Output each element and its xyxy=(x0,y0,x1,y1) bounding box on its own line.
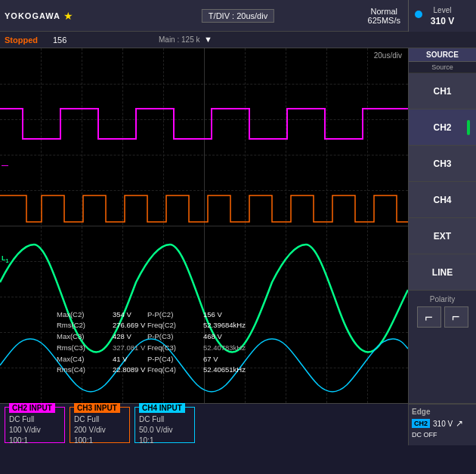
logo-text: YOKOGAWA xyxy=(5,11,60,20)
ch4-info-box: CH4 INPUT DC Full50.0 V/div10:1 xyxy=(134,407,195,443)
level-label: Level xyxy=(434,6,452,14)
ch1-button[interactable]: CH1 xyxy=(409,73,476,109)
right-panel-bottom: Edge CH2 310 V ↗ DC OFF xyxy=(408,404,476,445)
ch3-info-box: CH3 INPUT DC Full200 V/div100:1 xyxy=(70,407,130,443)
timeref-label: Main : 125 k xyxy=(159,35,199,44)
ch2-info-box: CH2 INPUT DC Full100 V/div100:1 xyxy=(5,407,65,443)
edge-info: CH2 310 V ↗ xyxy=(412,418,473,429)
polarity-down-button[interactable]: ¬ xyxy=(444,306,468,328)
polarity-buttons: ⌐ ¬ xyxy=(413,306,471,328)
timeref-arrow: ▼ xyxy=(204,35,212,44)
edge-label: Edge xyxy=(412,408,473,416)
tdiv-section: T/DIV : 20us/div xyxy=(202,9,274,23)
ch2-active-indicator xyxy=(467,120,470,135)
edge-ch-badge: CH2 xyxy=(412,419,430,428)
dc-off-label: DC OFF xyxy=(412,431,473,439)
scope-screen: 20us/div — L1 Max(C2)354 V Rms(C2)276.66… xyxy=(0,48,408,403)
ch4-info-label: CH4 INPUT xyxy=(139,403,185,413)
line-button[interactable]: LINE xyxy=(409,254,476,291)
source-header: SOURCE xyxy=(409,48,476,62)
right-panel: SOURCE Source CH1 CH2 CH3 CH4 EXT LINE P… xyxy=(408,48,476,403)
edge-symbol: ↗ xyxy=(456,418,463,429)
polarity-section: Polarity ⌐ ¬ xyxy=(409,291,476,332)
main-area: 20us/div — L1 Max(C2)354 V Rms(C2)276.66… xyxy=(0,48,476,403)
ch2-button[interactable]: CH2 xyxy=(409,109,476,146)
ch3-button[interactable]: CH3 xyxy=(409,146,476,182)
ch3-info-text: DC Full200 V/div100:1 xyxy=(74,414,106,446)
ch3-info-label: CH3 INPUT xyxy=(74,403,120,413)
trigger-info: Normal 625MS/s xyxy=(368,7,400,25)
points-label: 156 xyxy=(53,35,66,45)
sample-rate: 625MS/s xyxy=(368,16,400,25)
source-sub: Source xyxy=(409,62,476,73)
edge-value: 310 V xyxy=(433,420,453,428)
level-value: 310 V xyxy=(431,16,454,26)
ext-button[interactable]: EXT xyxy=(409,218,476,254)
stopped-label: Stopped xyxy=(5,35,38,45)
ch4-button[interactable]: CH4 xyxy=(409,182,476,218)
logo-star: ★ xyxy=(63,10,73,22)
measurements-overlay: Max(C2)354 V Rms(C2)276.669 V Max(C3)428… xyxy=(57,309,400,376)
channel-info-row: CH2 INPUT DC Full100 V/div100:1 CH3 INPU… xyxy=(0,404,408,445)
level-section: Level 310 V xyxy=(408,0,476,32)
top-bar: YOKOGAWA ★ T/DIV : 20us/div Normal 625MS… xyxy=(0,0,476,32)
trigger-mode: Normal xyxy=(371,7,397,16)
level-dot xyxy=(415,11,422,18)
polarity-up-button[interactable]: ⌐ xyxy=(417,306,441,328)
ch2-info-label: CH2 INPUT xyxy=(9,403,55,413)
polarity-label: Polarity xyxy=(413,295,471,303)
ch2-info-text: DC Full100 V/div100:1 xyxy=(9,414,41,446)
ch4-info-text: DC Full50.0 V/div10:1 xyxy=(139,414,172,446)
second-bar: Stopped 156 Main : 125 k ▼ xyxy=(0,32,476,48)
tdiv-button[interactable]: T/DIV : 20us/div xyxy=(202,9,274,23)
logo: YOKOGAWA ★ xyxy=(0,10,73,22)
bottom-bar: CH2 INPUT DC Full100 V/div100:1 CH3 INPU… xyxy=(0,403,476,445)
